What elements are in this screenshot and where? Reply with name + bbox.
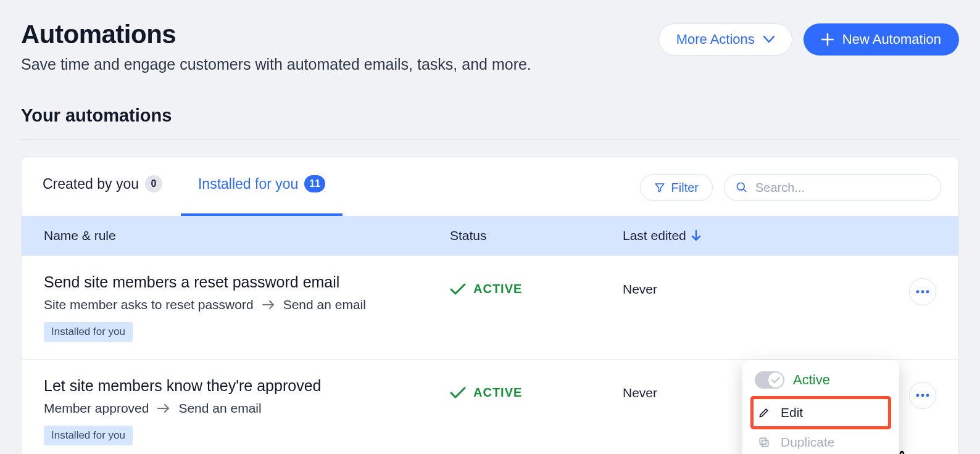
svg-point-2 bbox=[921, 291, 924, 294]
active-toggle[interactable] bbox=[755, 371, 784, 389]
ctx-duplicate: Duplicate bbox=[752, 427, 889, 454]
badge-installed-for-you: Installed for you bbox=[44, 322, 133, 342]
ctx-duplicate-label: Duplicate bbox=[781, 435, 835, 450]
svg-point-1 bbox=[916, 291, 920, 294]
col-last-edited[interactable]: Last edited bbox=[623, 228, 887, 243]
col-status: Status bbox=[450, 228, 623, 243]
table-row[interactable]: Send site members a reset password email… bbox=[22, 255, 958, 359]
new-automation-label: New Automation bbox=[842, 31, 941, 47]
more-actions-button[interactable]: More Actions bbox=[658, 23, 792, 56]
col-name-rule: Name & rule bbox=[44, 228, 450, 243]
badge-installed-for-you: Installed for you bbox=[44, 426, 133, 445]
status-label: ACTIVE bbox=[473, 282, 522, 296]
search-input[interactable] bbox=[755, 181, 929, 195]
row-actions-button[interactable] bbox=[909, 382, 936, 409]
svg-rect-7 bbox=[760, 438, 766, 444]
last-edited-value: Never bbox=[623, 282, 887, 297]
sort-desc-icon bbox=[691, 230, 701, 241]
page-subtitle: Save time and engage customers with auto… bbox=[21, 56, 531, 73]
plus-icon bbox=[821, 33, 834, 46]
tab-count: 11 bbox=[304, 175, 325, 192]
active-label: Active bbox=[793, 372, 830, 388]
col-last-edited-label: Last edited bbox=[623, 228, 686, 243]
tab-label: Installed for you bbox=[198, 176, 298, 192]
svg-point-6 bbox=[926, 394, 929, 397]
section-title: Your automations bbox=[21, 105, 959, 140]
filter-label: Filter bbox=[671, 181, 699, 195]
tab-count: 0 bbox=[145, 175, 162, 192]
svg-point-4 bbox=[916, 394, 920, 397]
duplicate-icon bbox=[757, 436, 771, 448]
automation-trigger: Member approved bbox=[44, 401, 149, 416]
page-title: Automations bbox=[21, 20, 531, 49]
automation-title: Let site members know they're approved bbox=[44, 377, 450, 395]
pencil-icon bbox=[757, 407, 771, 419]
automation-title: Send site members a reset password email bbox=[44, 273, 450, 291]
svg-point-5 bbox=[921, 394, 924, 397]
table-header: Name & rule Status Last edited bbox=[22, 216, 958, 255]
ctx-edit[interactable]: Edit bbox=[752, 398, 889, 427]
more-actions-label: More Actions bbox=[676, 31, 755, 47]
new-automation-button[interactable]: New Automation bbox=[804, 23, 959, 56]
status-label: ACTIVE bbox=[473, 386, 522, 400]
row-actions-button[interactable] bbox=[909, 278, 936, 305]
tab-installed-for-you[interactable]: Installed for you 11 bbox=[194, 170, 329, 205]
tab-label: Created by you bbox=[43, 176, 139, 192]
automation-trigger: Site member asks to reset password bbox=[44, 297, 254, 312]
automations-card: Created by you 0 Installed for you 11 Fi… bbox=[21, 156, 959, 454]
filter-button[interactable]: Filter bbox=[640, 174, 713, 201]
filter-icon bbox=[654, 182, 665, 193]
automation-action: Send an email bbox=[178, 401, 261, 416]
check-icon bbox=[450, 283, 466, 295]
arrow-right-icon bbox=[157, 404, 170, 413]
svg-rect-8 bbox=[762, 440, 768, 447]
chevron-down-icon bbox=[763, 36, 774, 43]
search-field[interactable] bbox=[724, 174, 941, 201]
check-icon bbox=[450, 387, 466, 399]
tab-created-by-you[interactable]: Created by you 0 bbox=[39, 170, 166, 205]
automation-action: Send an email bbox=[283, 297, 366, 312]
search-icon bbox=[736, 181, 748, 194]
arrow-right-icon bbox=[262, 300, 275, 309]
row-context-menu: Active Edit Duplicate Rename bbox=[742, 360, 899, 454]
ctx-edit-label: Edit bbox=[781, 405, 803, 420]
svg-point-3 bbox=[926, 291, 929, 294]
toggle-knob bbox=[768, 373, 783, 387]
